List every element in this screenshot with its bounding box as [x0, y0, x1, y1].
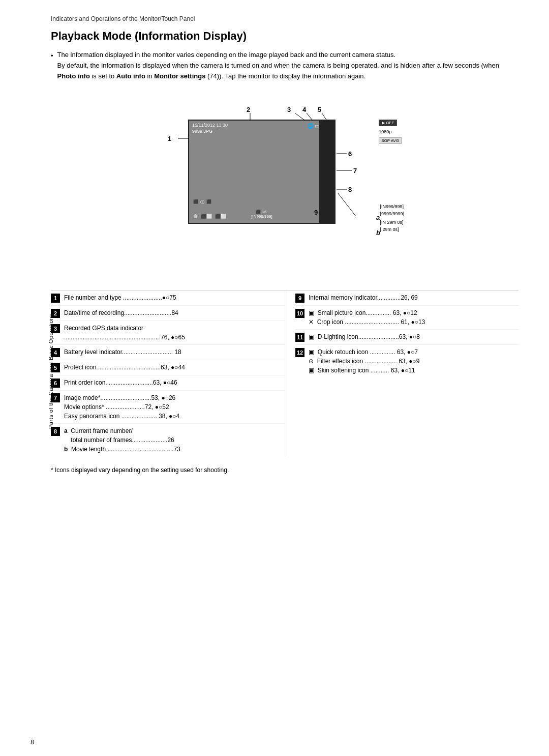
ref-text-1: File number and type ...................… [64, 293, 280, 302]
ref-text-10: ▣ Small picture icon............... 63, … [309, 308, 513, 327]
diag-num-6: 6 [348, 150, 352, 158]
intro-bold1: Photo info [57, 72, 90, 80]
ref-text-8: a Current frame number/ total number of … [64, 426, 280, 454]
badge-off: ▶ OFF [379, 120, 397, 126]
ref-text-9: Internal memory indicator..............2… [309, 293, 513, 302]
reference-table: 1 File number and type .................… [51, 290, 518, 456]
page-title: Playback Mode (Information Display) [51, 30, 518, 43]
intro-mid2: in [145, 72, 154, 80]
ref-row-5: 5 Protect icon..........................… [51, 360, 285, 375]
ref-row-12: 12 ▣ Quick retouch icon ............... … [295, 345, 518, 377]
diag-num-2: 2 [247, 106, 250, 113]
ref-col-right: 9 Internal memory indicator.............… [285, 290, 518, 456]
diag-num-4: 4 [302, 106, 306, 113]
intro-mid: is set to [90, 72, 116, 80]
ref-num-1: 1 [51, 294, 60, 303]
ref-num-11: 11 [295, 333, 304, 342]
sidebar-label: Parts of the Camera and Basic Operations [48, 327, 54, 429]
ref-row-7: 7 Image mode*...........................… [51, 391, 285, 424]
ref-row-4: 4 Battery level indicator...............… [51, 345, 285, 360]
intro-line2: By default, the information is displayed… [57, 62, 499, 69]
ref-row-2: 2 Date/time of recording................… [51, 306, 285, 321]
diag-label-a: a [376, 214, 380, 221]
diag-num-9: 9 [314, 209, 318, 216]
screen-left-bottom: ⬛ⓘ⬛ [193, 199, 211, 205]
ref-row-1: 1 File number and type .................… [51, 290, 285, 306]
ref-text-7: Image mode*.............................… [64, 393, 280, 421]
right-badges: ▶ OFF 1080p SGP AVG [379, 120, 402, 144]
footnote: * Icons displayed vary depending on the … [51, 467, 518, 474]
ref-row-3: 3 Recorded GPS data indicator ..........… [51, 321, 285, 345]
ref-row-10: 10 ▣ Small picture icon............... 6… [295, 306, 518, 330]
diag-label-b: b [376, 229, 380, 237]
ref-num-9: 9 [295, 294, 304, 303]
diag-num-7: 7 [353, 167, 357, 175]
intro-text: • The information displayed in the monit… [51, 50, 518, 81]
badge-in999: [IN999/999] [380, 203, 404, 211]
screen-frame-counter: ⬛ 16. [IN999/999] [251, 210, 272, 219]
ref-text-6: Print order icon........................… [64, 378, 280, 387]
ref-row-6: 6 Print order icon......................… [51, 375, 285, 391]
bottom-right-labels: [IN999/999] [9999/9999] [IN 29m 0s] [ 29… [380, 203, 404, 233]
badge-time1: [IN 29m 0s] [380, 219, 404, 226]
ref-text-4: Battery level indicator.................… [64, 347, 280, 357]
screen-file: 9999.JPG [192, 129, 228, 135]
badge-1080: 1080p [379, 129, 391, 135]
diag-num-5: 5 [318, 106, 321, 113]
ref-text-11: ▣ D-Lighting icon.......................… [309, 332, 513, 341]
ref-text-2: Date/time of recording..................… [64, 308, 280, 317]
ref-text-12: ▣ Quick retouch icon ............... 63,… [309, 347, 513, 375]
diag-num-1: 1 [168, 135, 171, 142]
diagram-area: 15/11/2012 13:30 9999.JPG 🌐 ▭ 🗑 ⬛⬜ ⬛⬜ ⬛ … [41, 92, 518, 275]
svg-line-8 [338, 193, 356, 216]
ref-num-12: 12 [295, 348, 304, 357]
screen-right-strip [319, 121, 334, 223]
ref-text-3: Recorded GPS data indicator ............… [64, 324, 280, 342]
screen-bottom-icons: 🗑 ⬛⬜ ⬛⬜ [193, 214, 226, 219]
ref-num-10: 10 [295, 309, 304, 318]
page-header: Indicators and Operations of the Monitor… [51, 15, 518, 22]
diag-num-3: 3 [287, 106, 291, 113]
page-number: 8 [30, 739, 34, 746]
ref-row-8: 8 a Current frame number/ total number o… [51, 424, 285, 456]
ref-row-11: 11 ▣ D-Lighting icon....................… [295, 330, 518, 345]
badge-time2: [ 29m 0s] [380, 226, 404, 234]
screen-battery-icon: 🌐 ▭ [307, 123, 319, 129]
intro-end: (݁74)). Tap the monitor to display the i… [205, 72, 365, 80]
badge-9999: [9999/9999] [380, 211, 404, 218]
diag-num-8: 8 [348, 186, 352, 193]
camera-screen: 15/11/2012 13:30 9999.JPG 🌐 ▭ 🗑 ⬛⬜ ⬛⬜ ⬛ … [188, 120, 336, 224]
intro-bold3: Monitor settings [154, 72, 205, 80]
intro-bullet-text: The information displayed in the monitor… [57, 51, 396, 59]
ref-col-left: 1 File number and type .................… [51, 290, 285, 456]
bullet-dot: • [51, 51, 53, 81]
screen-date: 15/11/2012 13:30 [192, 123, 228, 129]
badge-sgp: SGP AVG [379, 137, 402, 144]
ref-text-5: Protect icon............................… [64, 363, 280, 372]
ref-row-9: 9 Internal memory indicator.............… [295, 290, 518, 306]
intro-bold2: Auto info [116, 72, 145, 80]
